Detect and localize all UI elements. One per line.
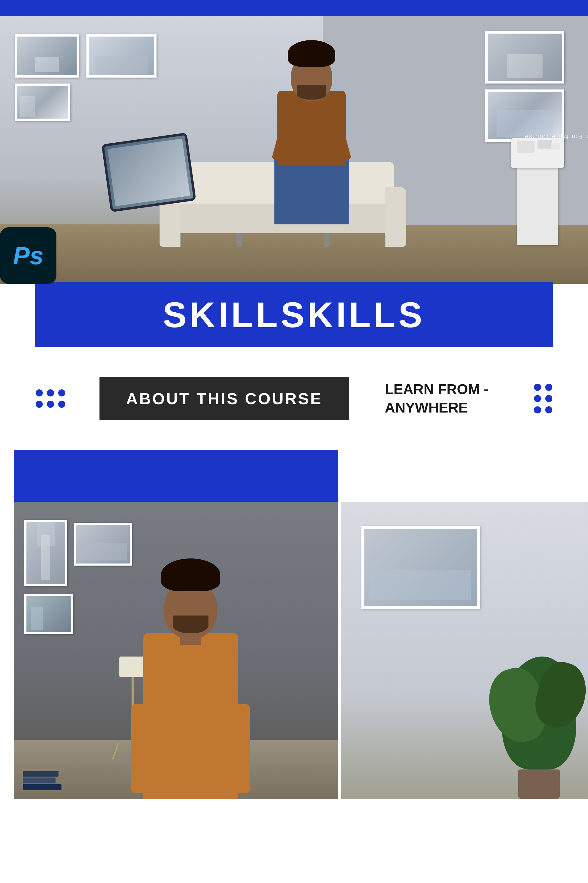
dot-6 <box>58 401 65 408</box>
arch-photo-frame-2 <box>86 34 156 78</box>
dot-r4 <box>545 395 552 402</box>
person-on-sofa <box>270 52 353 224</box>
middle-section: ABOUT THIS COURSE LEARN FROM - ANYWHERE <box>0 347 588 450</box>
dot-r2 <box>545 384 552 391</box>
dot-1 <box>36 390 43 397</box>
frame-row-top <box>15 34 156 78</box>
watermark-text: Skillskills.com For More Course <box>524 133 588 141</box>
video-panel-right <box>340 502 588 799</box>
arch-photo-2 <box>89 36 154 75</box>
dot-3 <box>58 390 65 397</box>
dot-r5 <box>534 406 541 414</box>
skillskills-title: SKILLSKILLS <box>35 294 553 335</box>
sofa-legs <box>172 233 394 247</box>
frame-row-bottom <box>15 84 156 121</box>
video-frame-bottom-left <box>24 594 73 635</box>
hero-background: Skillskills.com For More Course <box>0 17 588 284</box>
arch-photo-frame-3 <box>15 84 70 121</box>
dot-r6 <box>545 406 552 414</box>
book-stack <box>23 771 62 790</box>
instructor-hair <box>161 558 220 591</box>
dots-grid-right <box>534 384 552 414</box>
vframe-tall-inner <box>26 522 65 584</box>
arch-photo-3 <box>17 86 68 119</box>
bottom-section <box>0 450 588 806</box>
plant <box>502 657 576 799</box>
arch-photo-frame-1 <box>15 34 79 78</box>
skillskills-banner: SKILLSKILLS <box>35 282 553 347</box>
about-course-button[interactable]: ABOUT THIS COURSE <box>99 377 349 420</box>
dots-right-decoration <box>534 384 552 414</box>
plant-pot <box>518 769 560 799</box>
arch-photo-frame-r1 <box>485 31 564 84</box>
pedestal <box>511 138 564 245</box>
dot-2 <box>47 390 54 397</box>
tablet-screen <box>104 135 194 209</box>
plant-leaves-large <box>502 657 576 769</box>
pedestal-base <box>517 168 558 245</box>
vframe-tall <box>24 520 67 587</box>
dot-5 <box>47 401 54 408</box>
instructor-person <box>116 555 265 799</box>
ps-logo-text: Ps <box>13 241 44 270</box>
dot-r3 <box>534 395 541 402</box>
arch-model <box>511 138 564 168</box>
arch-photo-1 <box>17 36 76 75</box>
arch-photo-r1 <box>488 33 562 81</box>
dot-r1 <box>534 384 541 391</box>
instructor-torso <box>143 633 238 799</box>
right-wall-frames <box>485 31 564 142</box>
ps-logo: Ps <box>0 227 56 284</box>
vframe-bottom-inner <box>26 596 71 632</box>
tablet <box>102 132 196 212</box>
learn-from-text: LEARN FROM - ANYWHERE <box>385 380 489 417</box>
instructor-beard <box>173 615 208 633</box>
left-wall-frames <box>15 34 156 121</box>
dots-grid-left <box>36 390 65 408</box>
dot-4 <box>36 401 43 408</box>
middle-content: ABOUT THIS COURSE LEARN FROM - ANYWHERE <box>36 377 552 420</box>
video-frames-group-left <box>24 520 132 587</box>
hero-section: Skillskills.com For More Course <box>0 17 588 284</box>
top-border <box>0 0 588 17</box>
dots-left-decoration <box>36 390 65 408</box>
sofa-arm-right <box>386 187 406 247</box>
vframe-bottom <box>24 594 73 634</box>
right-panel-frame <box>362 526 480 609</box>
video-panel-left <box>14 502 338 799</box>
arch-photo-r2 <box>488 92 562 139</box>
right-panel-frame-inner <box>364 529 477 606</box>
